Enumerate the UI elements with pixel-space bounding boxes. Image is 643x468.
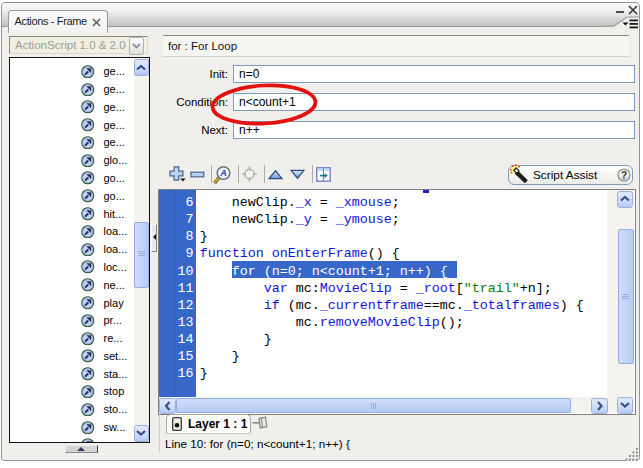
svg-text:?: ? (621, 169, 627, 180)
svg-text:A: A (219, 168, 227, 178)
